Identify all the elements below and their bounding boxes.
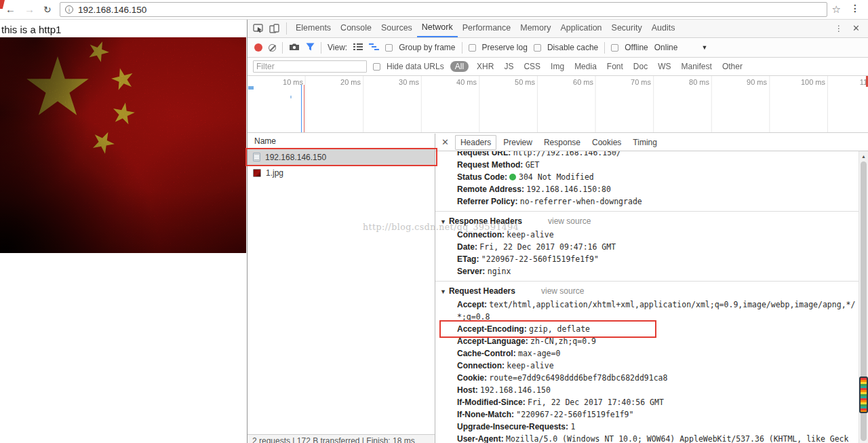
header-line: Connection: keep-alive (435, 360, 859, 372)
flag-grain-texture (0, 37, 246, 253)
device-toolbar-icon[interactable] (269, 24, 279, 33)
header-line: If-None-Match: "220967-22-560f1519fe1f9" (435, 408, 859, 421)
forward-icon[interactable]: → (24, 3, 35, 16)
disable-cache-checkbox[interactable] (534, 44, 541, 52)
tick-label: 90 ms (719, 78, 767, 86)
tab-preview[interactable]: Preview (498, 136, 537, 149)
tab-sources[interactable]: Sources (376, 20, 417, 37)
hide-data-urls-label[interactable]: Hide data URLs (387, 62, 444, 71)
china-flag-image (0, 37, 246, 253)
filter-css[interactable]: CSS (521, 61, 542, 72)
tick-label: 10 ms (256, 78, 303, 86)
tick-label: 60 ms (546, 78, 593, 86)
header-line: Accept-Language: zh-CN,zh;q=0.9 (435, 335, 859, 347)
tab-headers[interactable]: Headers (455, 135, 496, 150)
request-row-image[interactable]: 1.jpg (248, 165, 435, 180)
disable-cache-label[interactable]: Disable cache (547, 43, 598, 52)
triangle-down-icon[interactable]: ▼ (440, 218, 446, 225)
group-by-frame-label[interactable]: Group by frame (399, 43, 455, 52)
request-details-pane: ✕ Headers Preview Response Cookies Timin… (435, 134, 868, 443)
network-filterbar: Hide data URLs All XHR JS CSS Img Media … (248, 58, 868, 76)
tab-application[interactable]: Application (555, 20, 606, 37)
network-toolbar: View: Group by frame Preserve log Disabl… (248, 38, 868, 58)
tab-network[interactable]: Network (417, 19, 458, 37)
filter-font[interactable]: Font (605, 61, 625, 72)
request-name[interactable]: 192.168.146.150 (265, 153, 326, 162)
preserve-log-label[interactable]: Preserve log (482, 43, 528, 52)
filter-doc[interactable]: Doc (631, 61, 650, 72)
request-row-document[interactable]: 192.168.146.150 (248, 149, 435, 165)
image-thumbnail-icon (253, 169, 261, 177)
browser-menu-icon[interactable]: ⋮ (850, 3, 860, 14)
tab-cookies[interactable]: Cookies (587, 136, 626, 149)
request-name[interactable]: 1.jpg (266, 168, 283, 178)
filter-xhr[interactable]: XHR (475, 61, 496, 72)
tab-elements[interactable]: Elements (291, 20, 336, 37)
tick-label: 110 ms (836, 78, 868, 86)
clear-icon[interactable] (269, 44, 276, 52)
divider (286, 22, 287, 35)
large-rows-icon[interactable] (353, 43, 363, 53)
tab-response[interactable]: Response (539, 136, 585, 149)
header-line: ETag: "220967-22-560f1519fe1f9" (435, 253, 859, 265)
tab-security[interactable]: Security (607, 20, 647, 37)
page-info-icon[interactable]: i (65, 5, 73, 14)
divider (282, 42, 283, 54)
filter-ws[interactable]: WS (656, 61, 673, 72)
throttling-select[interactable]: Online (654, 43, 678, 52)
reload-icon[interactable]: ↻ (43, 3, 52, 16)
bookmark-star-icon[interactable]: ☆ (832, 3, 841, 16)
divider (604, 42, 605, 54)
hide-data-urls-checkbox[interactable] (373, 63, 380, 71)
filter-icon[interactable] (306, 43, 315, 53)
record-icon[interactable] (254, 43, 262, 52)
filter-img[interactable]: Img (549, 61, 566, 72)
web-page: this is a http1 (0, 20, 247, 443)
response-headers-section[interactable]: ▼Response Headersview source (435, 215, 859, 229)
devtools-tabbar: Elements Console Sources Network Perform… (248, 19, 868, 38)
view-source-link[interactable]: view source (548, 216, 591, 226)
inspect-element-icon[interactable] (253, 24, 264, 33)
status-green-dot (509, 174, 516, 180)
group-by-frame-checkbox[interactable] (385, 44, 393, 52)
close-details-icon[interactable]: ✕ (437, 137, 453, 147)
tab-memory[interactable]: Memory (515, 20, 555, 37)
filter-js[interactable]: JS (502, 61, 515, 72)
details-scrollbar[interactable]: ▲ (859, 151, 868, 443)
filter-manifest[interactable]: Manifest (679, 61, 714, 72)
chevron-down-icon[interactable]: ▼ (701, 44, 707, 51)
header-line: Cache-Control: max-age=0 (435, 347, 859, 360)
url-text[interactable]: 192.168.146.150 (78, 5, 146, 15)
header-line: Status Code:304 Not Modified (435, 171, 859, 183)
waterfall-icon[interactable] (369, 43, 379, 53)
filter-input[interactable] (253, 60, 367, 73)
header-line: Upgrade-Insecure-Requests: 1 (435, 421, 859, 433)
view-label: View: (328, 43, 347, 52)
address-bar[interactable]: i 192.168.146.150 (60, 2, 827, 17)
offline-checkbox[interactable] (611, 44, 618, 52)
browser-toolbar: ← → ↻ i 192.168.146.150 ☆ ⋮ (0, 0, 868, 20)
tick-label: 30 ms (372, 78, 419, 86)
name-column-header[interactable]: Name (248, 134, 435, 149)
tab-console[interactable]: Console (336, 20, 376, 37)
triangle-down-icon[interactable]: ▼ (440, 288, 446, 295)
view-source-link[interactable]: view source (541, 286, 584, 296)
header-line: Referrer Policy: no-referrer-when-downgr… (435, 195, 859, 208)
request-headers-section[interactable]: ▼Request Headersview source (435, 285, 859, 298)
scroll-up-icon[interactable]: ▲ (859, 151, 868, 160)
tab-performance[interactable]: Performance (458, 20, 516, 37)
tab-audits[interactable]: Audits (647, 20, 680, 37)
devtools-close-icon[interactable]: ✕ (852, 23, 860, 33)
tick-label: 40 ms (429, 78, 477, 86)
capture-screenshots-icon[interactable] (289, 43, 300, 53)
back-icon[interactable]: ← (5, 3, 16, 16)
offline-label[interactable]: Offline (625, 43, 648, 52)
tab-timing[interactable]: Timing (628, 136, 662, 149)
filter-media[interactable]: Media (572, 61, 599, 72)
preserve-log-checkbox[interactable] (469, 44, 476, 52)
filter-other[interactable]: Other (720, 61, 745, 72)
devtools-menu-icon[interactable]: ⋮ (835, 24, 843, 33)
network-overview-timeline[interactable]: 10 ms 20 ms 30 ms 40 ms 50 ms 60 ms 70 m… (248, 76, 868, 133)
header-line: Cookie: route=e7dd9c6498ddd6bef78dbc682d… (435, 372, 859, 384)
filter-all[interactable]: All (450, 61, 469, 72)
